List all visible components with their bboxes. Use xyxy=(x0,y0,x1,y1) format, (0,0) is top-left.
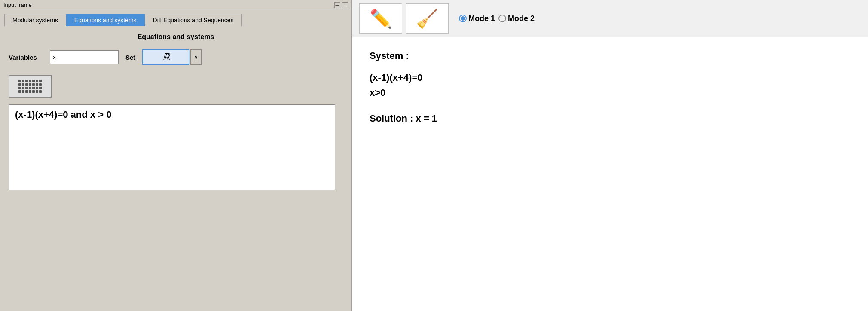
equation-2: x>0 xyxy=(370,85,851,100)
section-title: Equations and systems xyxy=(9,33,343,41)
tab-diff[interactable]: Diff Equations and Sequences xyxy=(145,14,242,26)
tab-equations[interactable]: Equations and systems xyxy=(66,14,145,26)
keyboard-icon xyxy=(18,80,42,93)
pen-tool-button[interactable]: ✏️ xyxy=(359,3,402,34)
mode2-radio[interactable]: Mode 2 xyxy=(498,14,535,23)
window-controls: — □ xyxy=(334,2,348,8)
variable-input[interactable] xyxy=(50,50,119,64)
set-input-wrapper: ℝ ∨ xyxy=(142,49,202,65)
maximize-button[interactable]: □ xyxy=(342,2,348,8)
keyboard-button[interactable] xyxy=(9,75,52,98)
mode-group: Mode 1 Mode 2 xyxy=(459,14,535,23)
system-equations: (x-1)(x+4)=0 x>0 xyxy=(370,70,851,100)
minimize-button[interactable]: — xyxy=(334,2,340,8)
result-area: System : (x-1)(x+4)=0 x>0 Solution : x =… xyxy=(352,37,868,311)
window-titlebar: Input frame — □ xyxy=(0,0,351,10)
set-label: Set xyxy=(125,54,135,61)
system-label: System : xyxy=(370,50,851,61)
set-value[interactable]: ℝ xyxy=(142,49,189,65)
tab-modular[interactable]: Modular systems xyxy=(4,14,66,26)
window-title: Input frame xyxy=(3,2,32,8)
equation-1: (x-1)(x+4)=0 xyxy=(370,70,851,85)
pen-icon: ✏️ xyxy=(370,8,392,29)
solution-label: Solution : x = 1 xyxy=(370,113,851,124)
expression-box[interactable]: (x-1)(x+4)=0 and x > 0 xyxy=(9,104,335,190)
broom-tool-button[interactable]: 🧹 xyxy=(406,3,449,34)
left-panel: Input frame — □ Modular systems Equation… xyxy=(0,0,352,311)
right-panel: ✏️ 🧹 Mode 1 Mode 2 System : (x-1)(x+4)=0… xyxy=(352,0,868,311)
variables-label: Variables xyxy=(9,54,43,61)
variables-row: Variables Set ℝ ∨ xyxy=(9,49,343,65)
content-area: Equations and systems Variables Set ℝ ∨ … xyxy=(0,26,351,311)
mode1-radio[interactable]: Mode 1 xyxy=(459,14,495,23)
mode2-label: Mode 2 xyxy=(508,14,535,23)
set-dropdown-button[interactable]: ∨ xyxy=(190,49,202,65)
mode2-radio-circle xyxy=(498,15,506,22)
broom-icon: 🧹 xyxy=(416,8,438,29)
right-toolbar: ✏️ 🧹 Mode 1 Mode 2 xyxy=(352,0,868,37)
mode1-radio-circle xyxy=(459,15,467,22)
mode1-label: Mode 1 xyxy=(468,14,495,23)
tab-bar: Modular systems Equations and systems Di… xyxy=(0,10,351,26)
